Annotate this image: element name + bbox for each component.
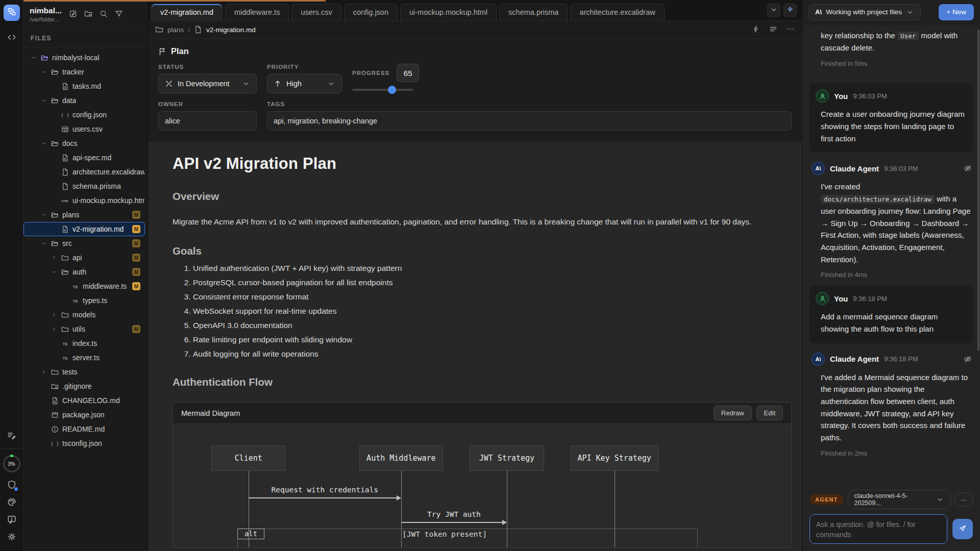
new-tab-ai-button[interactable] [783,4,797,17]
priority-label: PRIORITY [267,64,342,70]
hide-message-button[interactable] [964,355,972,363]
theme-button[interactable] [3,494,20,511]
tree-file-CHANGELOG.md[interactable]: CHANGELOG.md [23,393,145,408]
list-icon [769,25,777,35]
composer-options-button[interactable]: -- [955,493,973,507]
chat-header: A\ Working with project files + New [802,0,980,24]
tab-architecture.excalidraw[interactable]: architecture.excalidraw [570,4,664,20]
tree-file-package.json[interactable]: package.json [23,408,145,422]
chevron-down-icon [936,495,944,504]
tree-item-label: nimbalyst-local [52,54,100,62]
tree-folder-tests[interactable]: tests [23,365,145,379]
chat-scope-label: Working with project files [826,8,902,16]
usage-ring[interactable]: 3% [3,455,20,472]
new-folder-button[interactable] [84,10,92,19]
tree-item-label: src [62,239,72,247]
search-button[interactable] [100,10,108,19]
task-list-button[interactable] [3,427,20,444]
code-view-button[interactable] [3,29,20,46]
tree-file-v2-migration.md[interactable]: v2-migration.mdM [23,222,145,236]
tree-folder-data[interactable]: data [23,93,145,108]
chat-input[interactable] [810,514,947,544]
progress-slider[interactable] [352,89,413,91]
tree-file-ui-mockup.mockup.html[interactable]: HTMLui-mockup.mockup.html [23,193,145,208]
svg-text:TS: TS [73,284,78,289]
tree-file-tsconfig.json[interactable]: { }tsconfig.json [23,436,145,450]
tree-folder-docs[interactable]: docs [23,136,145,151]
breadcrumb-folder[interactable]: plans [167,26,184,34]
tree-folder-utils[interactable]: utilsM [23,322,145,336]
chat-message-list: key relationship to the User model with … [802,24,980,484]
tree-folder-tracker[interactable]: tracker [23,65,145,79]
security-button[interactable] [3,477,20,494]
participant-box: Auth Middleware [359,445,444,471]
progress-value-box[interactable]: 65 [397,64,419,82]
tree-file-architecture.excalidraw[interactable]: architecture.excalidraw [23,165,145,179]
tab-middleware.ts[interactable]: middleware.ts [225,4,289,20]
owner-input[interactable] [158,111,257,131]
agent-message-partial: key relationship to the User model with … [810,30,973,76]
svg-text:TS: TS [63,356,68,360]
model-select[interactable]: claude-sonnet-4-5-202509... [848,490,951,509]
folder-icon [155,26,163,34]
tab-bar: v2-migration.mdmiddleware.tsusers.csvcon… [148,0,802,20]
tree-folder-api[interactable]: apiM [23,251,145,265]
edit-button[interactable]: Edit [756,406,783,420]
app-logo-icon[interactable] [4,5,20,21]
tab-schema.prisma[interactable]: schema.prisma [499,4,568,20]
priority-select[interactable]: High [267,74,342,93]
tab-ui-mockup.mockup.html[interactable]: ui-mockup.mockup.html [400,4,497,20]
send-button[interactable] [952,519,973,539]
tree-file-types.ts[interactable]: TStypes.ts [23,293,145,308]
message-line [249,497,398,498]
message-text: I've created [821,182,860,191]
redraw-button[interactable]: Redraw [714,406,752,420]
code-icon [7,33,16,43]
svg-text:{ }: { } [51,440,59,446]
tree-folder-nimbalyst-local[interactable]: nimbalyst-local [23,51,145,65]
tree-file-config.json[interactable]: { }config.json [23,108,145,122]
tree-file-middleware.ts[interactable]: TSmiddleware.tsM [23,279,145,293]
tab-v2-migration.md[interactable]: v2-migration.md [151,4,223,20]
participant-box: API Key Strategy [571,445,658,471]
tab-list-dropdown-button[interactable] [767,4,780,17]
tree-file-schema.prisma[interactable]: schema.prisma [23,179,145,193]
mermaid-card: Mermaid Diagram Redraw Edit alt [JWT tok… [173,402,792,548]
chat-scope-dropdown[interactable]: A\ Working with project files [808,4,921,20]
chat-scrollbar[interactable] [977,30,979,351]
tree-file-README.md[interactable]: README.md [23,422,145,436]
tree-folder-auth[interactable]: authM [23,265,145,279]
agent-mode-badge: AGENT [810,494,844,505]
feedback-button[interactable] [3,511,20,529]
settings-button[interactable] [3,529,20,546]
arrowhead [397,495,401,500]
tree-folder-plans[interactable]: plansM [23,208,145,222]
tree-file-server.ts[interactable]: TSserver.ts [23,350,145,365]
breadcrumb-file[interactable]: v2-migration.md [206,26,256,34]
slider-thumb[interactable] [388,86,396,94]
tree-file-index.ts[interactable]: TSindex.ts [23,336,145,350]
new-chat-button[interactable]: + New [939,4,974,20]
tree-file-.gitignore[interactable]: .gitignore [23,379,145,393]
hide-message-button[interactable] [964,164,972,172]
tree-folder-models[interactable]: models [23,308,145,322]
tags-input[interactable] [267,111,792,131]
tab-config.json[interactable]: config.json [344,4,398,20]
tree-file-tasks.md[interactable]: tasks.md [23,79,145,93]
editor-pane: v2-migration.mdmiddleware.tsusers.csvcon… [148,0,802,551]
new-file-button[interactable] [69,10,77,19]
more-options-button[interactable] [787,25,795,35]
modified-badge: M [132,254,140,262]
tab-users.csv[interactable]: users.csv [291,4,341,20]
quick-actions-button[interactable] [752,25,760,35]
lifeline [507,471,507,547]
goal-item: Rate limiting per endpoint with sliding … [193,335,792,344]
tree-file-api-spec.md[interactable]: api-spec.md [23,151,145,165]
goal-item: Audit logging for all write operations [193,349,792,359]
status-select[interactable]: In Development [158,74,257,93]
filter-button[interactable] [115,10,123,19]
tree-file-users.csv[interactable]: users.csv [23,122,145,136]
outline-button[interactable] [769,25,777,35]
finished-status: Finished in 4ms [821,271,972,279]
tree-folder-src[interactable]: srcM [23,236,145,251]
